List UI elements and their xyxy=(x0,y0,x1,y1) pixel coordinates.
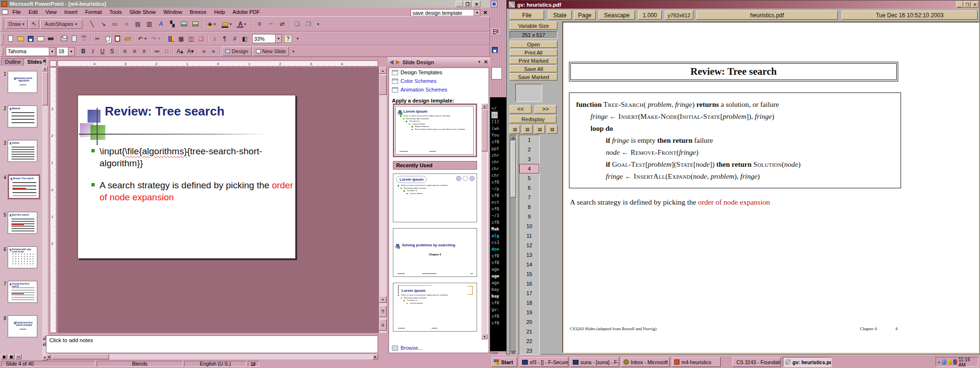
gv-file-button[interactable]: File xyxy=(510,11,544,20)
print-preview-icon[interactable] xyxy=(69,34,78,44)
insert-slide-from-file-icon[interactable]: ◫ xyxy=(187,34,196,44)
taskbar-button[interactable]: gv: heuristics.pdf xyxy=(783,357,832,367)
gv-page-number[interactable]: 15 xyxy=(519,269,539,279)
slideshow-view-icon[interactable]: ▭ xyxy=(15,354,22,359)
task-pane-nav-item[interactable]: Color Schemes xyxy=(389,77,489,85)
gv-page-number[interactable]: 20 xyxy=(519,317,539,327)
toolbar-grip[interactable] xyxy=(2,34,3,43)
save-icon[interactable] xyxy=(26,34,35,44)
oval-tool-icon[interactable]: ○ xyxy=(121,19,132,29)
help-icon[interactable]: ? xyxy=(283,34,293,44)
copy-icon[interactable] xyxy=(103,34,112,44)
bullets-icon[interactable]: ∷ xyxy=(162,46,171,56)
terminal-window[interactable]: </:-[1](woYousf0pptchrchrchrchrsf0~/psf0… xyxy=(490,97,506,357)
decrease-font-size-icon[interactable]: A▾ xyxy=(186,46,195,56)
menu-item[interactable]: Insert xyxy=(61,8,81,16)
gv-print-marked-button[interactable]: Print Marked xyxy=(510,57,557,64)
slide-thumbnail-row[interactable]: 6 Romania with step costs in km xyxy=(1,246,42,268)
gv-variable-size-button[interactable]: Variable Size xyxy=(510,22,557,30)
font-size-combo[interactable]: 18 ▼ xyxy=(56,47,75,56)
forward-icon[interactable]: ▶ xyxy=(396,59,400,65)
gv-prev-button[interactable]: << xyxy=(510,105,532,114)
taskbar-button[interactable]: Inbox - Microsoft Out... xyxy=(621,357,670,367)
draw-menu-button[interactable]: Draw▼ xyxy=(6,19,28,29)
menu-item[interactable]: Adobe PDF xyxy=(229,8,263,16)
menu-item[interactable]: Breeze xyxy=(187,8,210,16)
scroll-up-icon[interactable]: ▲ xyxy=(379,67,387,74)
gv-page-number[interactable]: 13 xyxy=(519,250,539,260)
splitter-right-icon[interactable]: ▸ xyxy=(42,341,46,346)
gv-page-number[interactable]: 8 xyxy=(519,202,539,212)
gv-save-all-button[interactable]: Save All xyxy=(510,65,557,72)
scrollbar-thumb[interactable] xyxy=(52,354,109,359)
template-current[interactable]: Lorem Ipsum Dolor sit amet consectetuer … xyxy=(393,104,477,157)
scrollbar-thumb[interactable] xyxy=(481,109,488,151)
text-shadow-button[interactable]: S xyxy=(108,46,116,56)
gv-page-number[interactable]: 14 xyxy=(519,260,539,269)
normal-view-icon[interactable]: ▣ xyxy=(1,354,7,359)
chevron-down-icon[interactable]: ▼ xyxy=(275,34,281,43)
wordart-icon[interactable]: A xyxy=(156,19,166,29)
gv-page-number[interactable]: 12 xyxy=(519,241,539,250)
gv-page-number[interactable]: 5 xyxy=(519,173,539,183)
diagram-icon[interactable]: ▚ xyxy=(167,19,178,29)
align-right-icon[interactable]: ≡ xyxy=(140,46,148,56)
menu-item[interactable]: File xyxy=(9,8,24,16)
gv-page-number[interactable]: 6 xyxy=(519,183,539,193)
gv-page-number[interactable]: 7 xyxy=(519,193,539,202)
gv-mark-icon-1[interactable]: ▤ xyxy=(510,125,520,134)
gv-page-number[interactable]: 2 xyxy=(519,145,539,154)
design-button[interactable]: Design xyxy=(222,46,252,56)
gv-mark-icon-4[interactable]: ▤ xyxy=(547,125,557,134)
slide-thumbnail[interactable]: Romania with step costs in km xyxy=(8,246,37,268)
select-objects-button[interactable]: ↖ xyxy=(29,19,39,29)
task-pane-nav-item[interactable]: Animation Schemes xyxy=(389,85,489,94)
gv-page-number[interactable]: 19 xyxy=(519,308,539,317)
align-left-icon[interactable]: ≡ xyxy=(121,46,129,56)
slide-thumbnail[interactable]: Informed search algorithms xyxy=(8,71,37,93)
scroll-left-icon[interactable]: ◀ xyxy=(46,354,51,359)
slide-thumbnail-row[interactable]: 1 Informed search algorithms xyxy=(1,71,42,93)
fill-color-icon[interactable]: ◈▼ xyxy=(205,19,219,29)
color-grayscale-icon[interactable]: ◧ xyxy=(240,34,249,44)
gv-page-number[interactable]: 17 xyxy=(519,288,539,298)
line-tool-icon[interactable]: ╲ xyxy=(87,19,97,29)
gv-page-number[interactable]: 11 xyxy=(519,231,539,241)
template-preview-bracket[interactable]: Lorem Ipsum Dolor sit amet consectetuer … xyxy=(393,283,477,332)
underline-button[interactable]: U xyxy=(98,46,107,56)
expand-all-icon[interactable]: ↕ xyxy=(210,34,219,44)
toolbar-overflow-icon[interactable]: ▼ xyxy=(315,19,321,29)
scroll-down-icon[interactable]: ▼ xyxy=(481,334,488,339)
gv-mark-icon-2[interactable]: ▤ xyxy=(522,125,533,134)
ask-a-question-box[interactable]: save design template ▼ xyxy=(411,9,480,16)
slide-sorter-view-icon[interactable]: ▦ xyxy=(8,354,14,359)
gv-page-number[interactable]: 18 xyxy=(519,298,539,308)
slide-thumbnail[interactable]: Review: Tree search xyxy=(8,174,40,199)
vertical-text-box-icon[interactable]: ▥ xyxy=(144,19,155,29)
browse-row[interactable]: Browse... xyxy=(392,345,423,351)
autoshapes-menu-button[interactable]: AutoShapes▼ xyxy=(40,19,82,29)
toolbar-grip[interactable] xyxy=(2,47,3,55)
toolbar-overflow-icon[interactable]: ▼ xyxy=(294,34,300,44)
gv-page-number[interactable]: 16 xyxy=(519,279,539,288)
chevron-down-icon[interactable]: ▼ xyxy=(49,47,55,56)
gv-page-number[interactable]: 1 xyxy=(519,135,539,145)
close-button[interactable]: ✕ xyxy=(971,1,979,8)
zoom-combo[interactable]: 33% ▼ xyxy=(252,34,282,43)
slide-thumbnail-row[interactable]: 7 Greedy best-first search xyxy=(1,281,42,303)
menu-item[interactable]: Slide Show xyxy=(126,8,159,16)
gv-page-button[interactable]: Page xyxy=(574,11,596,20)
text-box-icon[interactable]: ▤ xyxy=(133,19,143,29)
start-button[interactable]: Start xyxy=(491,357,517,367)
italic-button[interactable]: I xyxy=(89,46,97,56)
slide-thumbnail[interactable]: Outline xyxy=(8,140,37,162)
gv-scale-button[interactable]: 1.000 xyxy=(638,11,662,20)
slide-thumbnail[interactable]: Best-first search xyxy=(8,212,37,234)
browse-label[interactable]: Browse... xyxy=(401,345,423,351)
taskbar-button[interactable]: CS 3243 - Foundatio... xyxy=(732,357,781,367)
notes-pane[interactable]: Click to add notes xyxy=(46,335,378,353)
numbering-icon[interactable]: ≔ xyxy=(153,46,161,56)
bold-button[interactable]: B xyxy=(79,46,88,56)
toolbar-grip[interactable] xyxy=(2,19,3,29)
insert-picture-icon[interactable] xyxy=(190,19,200,29)
